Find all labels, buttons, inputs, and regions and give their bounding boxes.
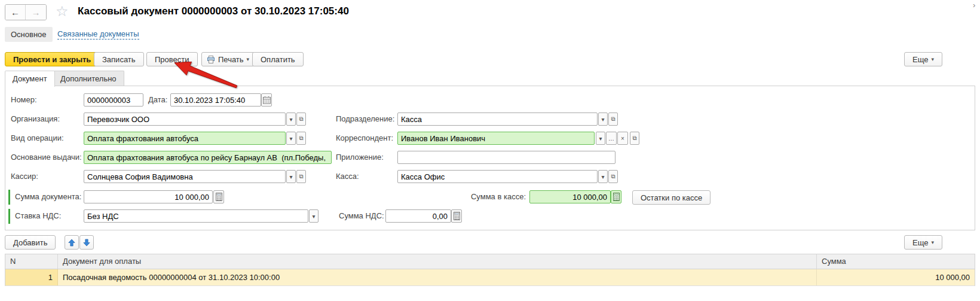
date-input[interactable] [170,93,261,107]
row-document-cell[interactable]: Посадочная ведомость 00000000004 от 31.1… [58,269,817,285]
department-dropdown-button[interactable]: ▾ [598,113,608,126]
vat-amount-label: Сумма НДС: [339,209,384,223]
annotation-arrow-icon [173,62,239,89]
attachment-label: Приложение: [336,151,384,164]
cash-office-input[interactable] [397,170,598,183]
operation-type-open-button[interactable]: ⧉ [296,132,306,145]
department-open-button[interactable]: ⧉ [608,113,618,126]
row-number-cell[interactable]: 1 [5,269,58,285]
cash-amount-label: Сумма в кассе: [442,190,526,203]
date-label: Дата: [148,93,167,107]
chevron-down-icon: ▾ [247,56,250,62]
chevron-down-icon: ▾ [931,239,934,245]
window-chevron-icon[interactable]: › [973,1,975,10]
department-label: Подразделение: [336,113,394,126]
vat-amount-input[interactable] [385,209,451,223]
forward-button[interactable]: → [26,5,46,20]
move-up-button[interactable] [65,235,79,250]
vat-amount-calculator-button[interactable] [451,209,462,223]
post-and-close-button[interactable]: Провести и закрыть [5,52,99,66]
operation-type-dropdown-button[interactable]: ▾ [286,132,296,145]
issue-basis-label: Основание выдачи: [11,151,82,164]
tab-additional[interactable]: Дополнительно [53,71,124,86]
back-button[interactable]: ← [5,5,26,20]
correspondent-clear-button[interactable]: × [617,132,628,145]
correspondent-open-button[interactable]: ⧉ [630,132,639,145]
nav-tab-main[interactable]: Основное [5,27,53,42]
organization-open-button[interactable]: ⧉ [296,113,306,126]
required-marker [8,209,10,224]
calendar-button[interactable] [261,93,272,107]
cashier-label: Кассир: [11,170,38,183]
organization-dropdown-button[interactable]: ▾ [286,113,296,126]
cash-office-label: Касса: [336,170,359,183]
doc-amount-input[interactable] [84,190,213,203]
page-title: Кассовый документ 0000000003 от 30.10.20… [78,5,349,17]
organization-input[interactable] [84,113,286,126]
vat-rate-input[interactable] [84,209,308,223]
number-label: Номер: [11,93,37,107]
correspondent-label: Корреспондент: [336,132,393,145]
cashier-open-button[interactable]: ⧉ [296,170,306,183]
column-header-document[interactable]: Документ для оплаты [58,254,817,269]
issue-basis-input[interactable] [84,151,332,164]
cashier-input[interactable] [84,170,286,183]
history-nav-group: ← → [5,4,47,20]
tab-document[interactable]: Документ [5,71,55,87]
vat-rate-dropdown-button[interactable]: ▾ [309,209,318,223]
cashier-dropdown-button[interactable]: ▾ [286,170,296,183]
more-button-label: Еще [912,238,928,247]
column-header-n[interactable]: N [5,254,58,269]
row-amount-cell[interactable]: 10 000,00 [817,269,975,285]
cash-amount-input[interactable] [529,190,611,203]
column-header-amount[interactable]: Сумма [817,254,975,269]
pay-button[interactable]: Оплатить [252,52,304,66]
calculator-icon [454,212,460,220]
table-row[interactable]: 1 Посадочная ведомость 00000000004 от 31… [5,269,975,286]
cash-document-window: ← → ☆ Кассовый документ 0000000003 от 30… [0,0,980,301]
required-marker [8,190,10,205]
doc-amount-label: Сумма документа: [15,190,81,203]
correspondent-dropdown-button[interactable]: ▾ [596,132,605,145]
move-down-button[interactable] [79,235,94,250]
cash-office-dropdown-button[interactable]: ▾ [598,170,608,183]
cash-office-open-button[interactable]: ⧉ [608,170,618,183]
cash-amount-calculator-button[interactable] [611,190,621,203]
chevron-down-icon: ▾ [931,56,934,62]
more-button-label: Еще [912,55,928,64]
move-down-icon [83,239,90,247]
add-row-button[interactable]: Добавить [5,235,56,250]
cash-balance-button[interactable]: Остатки по кассе [632,190,710,205]
more-button-table[interactable]: Еще ▾ [904,235,942,250]
correspondent-input[interactable] [397,132,595,145]
payment-table-header: N Документ для оплаты Сумма [5,254,975,269]
calculator-icon [613,193,620,201]
nav-link-related-documents[interactable]: Связанные документы [57,29,139,39]
doc-amount-calculator-button[interactable] [213,190,224,203]
number-input[interactable] [84,93,143,107]
operation-type-label: Вид операции: [11,132,64,145]
vat-rate-label: Ставка НДС: [15,209,61,223]
department-input[interactable] [397,113,598,126]
favorite-star-icon[interactable]: ☆ [56,3,69,20]
calculator-icon [216,193,222,201]
more-button-top[interactable]: Еще ▾ [904,52,942,66]
move-up-icon [68,239,75,247]
operation-type-input[interactable] [84,132,286,145]
attachment-input[interactable] [397,151,615,164]
correspondent-choose-button[interactable]: … [606,132,617,145]
save-button[interactable]: Записать [94,52,144,66]
calendar-icon [262,96,271,104]
organization-label: Организация: [11,113,60,126]
